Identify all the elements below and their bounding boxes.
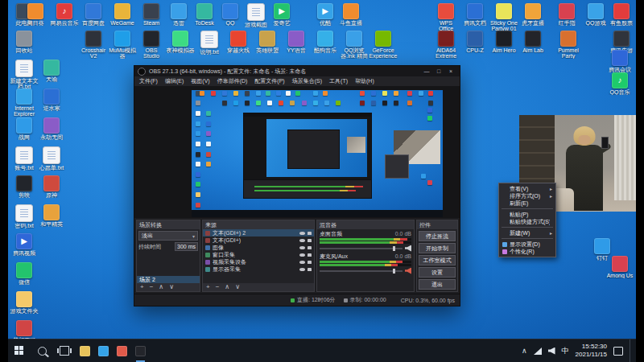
- transitions-dock-title[interactable]: 场景转换: [137, 220, 200, 229]
- sources-dock-title[interactable]: 来源: [203, 220, 314, 229]
- desktop-icon[interactable]: Pummel Party: [554, 31, 583, 59]
- obs-menu-item[interactable]: 编辑(E): [165, 77, 184, 85]
- desktop-icon[interactable]: 战网: [10, 117, 39, 140]
- dock-toolbar-button[interactable]: ∨: [169, 284, 174, 290]
- context-menu-item[interactable]: 粘贴快捷方式(S): [499, 218, 555, 225]
- desktop-icon[interactable]: 新建文本文档.txt: [10, 60, 39, 89]
- lock-icon[interactable]: [308, 261, 312, 264]
- visibility-eye-icon[interactable]: [299, 239, 305, 242]
- window-button[interactable]: —: [421, 67, 432, 76]
- desktop-icon[interactable]: ♪ QQ音乐: [605, 72, 634, 95]
- visibility-eye-icon[interactable]: [299, 253, 305, 257]
- task-view-button[interactable]: [53, 339, 76, 362]
- desktop-icon[interactable]: 密码.txt: [10, 204, 39, 228]
- desktop-icon[interactable]: 迅雷: [164, 3, 193, 26]
- lock-icon[interactable]: [308, 246, 312, 249]
- desktop-icon[interactable]: 腾讯文档: [460, 3, 489, 26]
- obs-menu-item[interactable]: 场景集合(S): [292, 77, 322, 85]
- visibility-eye-icon[interactable]: [299, 268, 305, 271]
- obs-window[interactable]: OBS 27.1.3 (64-bit, windows) - 配置文件: 未命名…: [134, 65, 460, 306]
- desktop-icon[interactable]: 逆水寒: [37, 88, 66, 111]
- desktop-icon[interactable]: MuMu模拟器: [108, 31, 137, 59]
- dock-toolbar-button[interactable]: −: [150, 284, 154, 290]
- obs-menu-item[interactable]: 视图(V): [191, 77, 209, 85]
- desktop-icon[interactable]: Steam: [137, 3, 166, 26]
- dock-toolbar-button[interactable]: +: [206, 284, 210, 290]
- dock-toolbar-button[interactable]: −: [216, 284, 220, 290]
- dock-toolbar-button[interactable]: ∨: [235, 284, 240, 290]
- desktop-icon[interactable]: ▶ 腾讯视频: [10, 233, 39, 256]
- desktop-icon[interactable]: GeForce Experience: [369, 31, 398, 59]
- desktop-icon[interactable]: WPS Office: [431, 3, 460, 31]
- taskbar-app-icon[interactable]: [135, 346, 146, 356]
- desktop-icon[interactable]: 永劫无间: [37, 117, 66, 140]
- obs-menu-item[interactable]: 帮助(H): [355, 77, 374, 85]
- context-menu-item[interactable]: 刷新(E): [499, 200, 555, 207]
- obs-control-button[interactable]: 设置: [419, 267, 456, 278]
- obs-menu-item[interactable]: 配置文件(P): [254, 77, 284, 85]
- desktop-icon[interactable]: 有鱼股票: [607, 3, 636, 26]
- window-button[interactable]: □: [433, 67, 444, 76]
- obs-control-button[interactable]: 开始录制: [419, 243, 456, 253]
- volume-slider[interactable]: [320, 248, 402, 249]
- visibility-eye-icon[interactable]: [299, 261, 305, 264]
- show-desktop-button[interactable]: [630, 339, 634, 362]
- speaker-icon[interactable]: [405, 245, 411, 252]
- obs-control-button[interactable]: 停止推流: [419, 231, 456, 241]
- desktop-icon[interactable]: 游戏截图: [242, 3, 270, 27]
- context-menu-item[interactable]: [502, 238, 553, 239]
- dock-toolbar-button[interactable]: ∧: [159, 284, 163, 290]
- search-button[interactable]: [31, 339, 53, 362]
- desktop-icon[interactable]: 剪映: [10, 175, 39, 198]
- obs-preview-pane[interactable]: [134, 86, 460, 218]
- desktop-icon[interactable]: ▶ 优酷: [311, 3, 340, 26]
- lock-icon[interactable]: [308, 268, 312, 271]
- obs-control-button[interactable]: 退出: [419, 279, 456, 290]
- tray-expand-chevron-icon[interactable]: ∧: [522, 348, 527, 355]
- desktop-icon[interactable]: CPU-Z: [460, 31, 489, 53]
- mixer-dock-title[interactable]: 混音器: [317, 220, 414, 229]
- taskbar-app-icon[interactable]: [98, 346, 109, 356]
- desktop-icon[interactable]: ♪ 网易云音乐: [50, 3, 79, 26]
- speaker-icon[interactable]: [405, 268, 411, 274]
- desktop-icon[interactable]: 原神: [37, 175, 66, 198]
- duration-value[interactable]: 300 ms: [175, 242, 198, 251]
- dock-toolbar-button[interactable]: ∧: [225, 284, 229, 290]
- desktop-icon[interactable]: QQ: [216, 3, 245, 26]
- desktop-icon[interactable]: QQ浏览器.lnk 精简安装包: [340, 31, 369, 59]
- lock-icon[interactable]: [308, 232, 312, 235]
- desktop-icon[interactable]: 虎牙直播: [518, 3, 547, 26]
- obs-titlebar[interactable]: OBS 27.1.3 (64-bit, windows) - 配置文件: 未命名…: [134, 66, 460, 76]
- taskbar-app-icon[interactable]: [80, 346, 90, 356]
- desktop-icon[interactable]: 英雄联盟: [253, 31, 282, 53]
- scene-item[interactable]: 场景 2: [137, 276, 200, 283]
- action-center-icon[interactable]: [613, 347, 623, 356]
- desktop-icon[interactable]: Aim Lab: [518, 31, 547, 53]
- transition-select[interactable]: 淡出 ▾: [138, 231, 198, 241]
- desktop-icon[interactable]: YY语音: [282, 31, 311, 53]
- context-menu-item[interactable]: 个性化(R): [499, 248, 555, 255]
- context-menu-item[interactable]: [502, 208, 553, 209]
- context-menu-item[interactable]: 新建(W) ▸: [499, 229, 555, 237]
- desktop-icon[interactable]: 天谕: [37, 60, 66, 82]
- start-button[interactable]: [8, 339, 31, 362]
- volume-icon[interactable]: [548, 348, 555, 355]
- desktop-icon[interactable]: Crosshair V2: [79, 31, 108, 59]
- lock-icon[interactable]: [308, 253, 312, 257]
- desktop-icon[interactable]: 穿越火线: [224, 31, 253, 53]
- desktop-icon[interactable]: 回收站: [10, 31, 39, 53]
- desktop-icon[interactable]: 账号.txt: [10, 146, 39, 171]
- desktop-icon[interactable]: ▶ 爱奇艺: [267, 3, 296, 26]
- desktop-icon[interactable]: ToDesk: [190, 3, 219, 26]
- desktop-icon[interactable]: 斗鱼直播: [336, 3, 365, 26]
- lock-icon[interactable]: [308, 239, 312, 242]
- desktop-icon[interactable]: Sticky One Partyw 01: [489, 3, 518, 31]
- desktop-icon[interactable]: WeGame: [108, 3, 137, 26]
- visibility-eye-icon[interactable]: [299, 232, 305, 235]
- obs-menu-item[interactable]: 停靠部件(D): [217, 77, 248, 85]
- obs-control-button[interactable]: 工作室模式: [419, 255, 456, 265]
- taskbar-app-icon[interactable]: [117, 346, 127, 356]
- input-method-indicator[interactable]: 中: [562, 346, 569, 356]
- desktop-icon[interactable]: Among Us: [605, 256, 634, 278]
- desktop-icon[interactable]: 游戏文件夹: [10, 291, 39, 314]
